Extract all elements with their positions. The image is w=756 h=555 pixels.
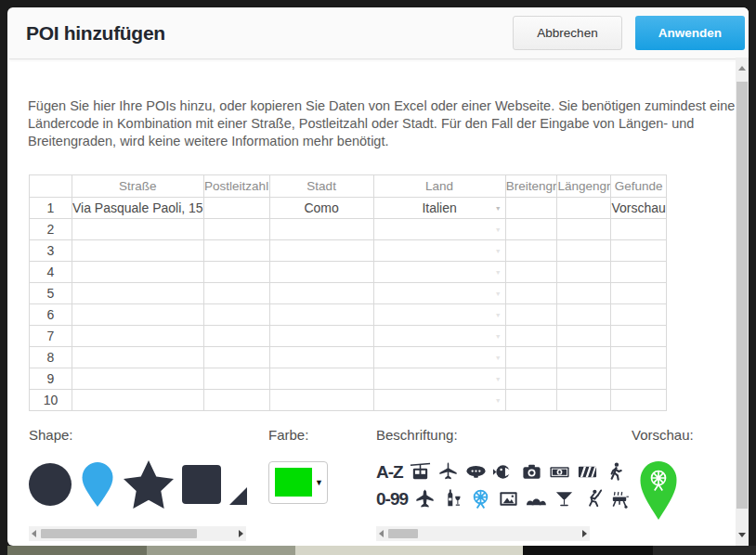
dropdown-arrow-icon[interactable]: ▼ (495, 376, 502, 382)
scrollbar-thumb[interactable] (41, 529, 197, 538)
camera-icon[interactable] (521, 461, 542, 483)
cell-land[interactable]: ▼ (373, 390, 505, 411)
cell-laengengrad[interactable] (557, 283, 611, 304)
label-az-option[interactable]: A-Z (376, 462, 403, 483)
dropdown-arrow-icon[interactable]: ▼ (495, 312, 502, 318)
color-picker[interactable]: ▼ (268, 461, 328, 504)
cell-postleitzahl[interactable] (203, 347, 269, 368)
scroll-right-icon[interactable] (239, 530, 243, 537)
scroll-up-icon[interactable] (738, 62, 746, 71)
label-099-option[interactable]: 0-99 (376, 489, 408, 510)
cable-car-icon[interactable] (410, 461, 431, 483)
cell-gefunden-link[interactable] (611, 283, 666, 304)
label-scrollbar[interactable] (376, 526, 590, 541)
cell-strasse[interactable] (72, 347, 204, 368)
cell-laengengrad[interactable] (557, 390, 611, 411)
cell-stadt[interactable] (269, 219, 373, 240)
cell-gefunden-link[interactable]: Vorschau (611, 198, 666, 219)
scroll-down-icon[interactable] (738, 533, 746, 541)
dropdown-arrow-icon[interactable]: ▼ (495, 248, 502, 254)
scrollbar-thumb[interactable] (736, 82, 748, 509)
apply-button[interactable]: Anwenden (635, 16, 745, 50)
shape-triangle[interactable] (229, 464, 247, 509)
cell-gefunden-link[interactable] (611, 368, 666, 390)
shape-scrollbar[interactable] (29, 526, 246, 541)
cell-breitengrad[interactable] (505, 240, 557, 262)
cell-land[interactable]: ▼ (373, 326, 505, 347)
cell-land[interactable]: ▼ (373, 283, 505, 304)
dropdown-arrow-icon[interactable]: ▼ (495, 355, 502, 361)
dropdown-arrow-icon[interactable]: ▼ (495, 397, 502, 404)
cell-postleitzahl[interactable] (203, 198, 269, 219)
cell-land[interactable]: ▼ (373, 219, 505, 240)
cell-strasse[interactable] (72, 219, 204, 240)
cell-postleitzahl[interactable] (203, 262, 269, 283)
cell-strasse[interactable] (72, 240, 204, 262)
cell-gefunden-link[interactable] (611, 347, 666, 368)
cocktail-icon[interactable] (554, 488, 575, 510)
dropdown-arrow-icon[interactable]: ▼ (495, 333, 502, 340)
cell-gefunden-link[interactable] (611, 326, 666, 347)
mountains-icon[interactable] (526, 488, 547, 510)
cell-strasse[interactable] (72, 390, 204, 411)
shape-star[interactable] (124, 460, 174, 512)
cell-stadt[interactable] (269, 326, 373, 347)
cell-land[interactable]: ▼ (373, 368, 505, 390)
ferris-wheel-icon-selected[interactable] (470, 488, 491, 510)
cell-land[interactable]: ▼ (373, 347, 505, 368)
money-icon[interactable] (549, 461, 570, 483)
cell-stadt[interactable] (269, 262, 373, 283)
cell-postleitzahl[interactable] (203, 304, 269, 326)
pedestrian-icon[interactable] (605, 461, 626, 483)
cell-breitengrad[interactable] (505, 368, 557, 390)
scrollbar-thumb[interactable] (388, 529, 418, 538)
cell-land[interactable]: ▼ (373, 240, 505, 262)
cell-postleitzahl[interactable] (203, 326, 269, 347)
cell-stadt[interactable] (269, 347, 373, 368)
cell-gefunden-link[interactable] (611, 219, 666, 240)
cell-breitengrad[interactable] (505, 304, 557, 326)
cell-postleitzahl[interactable] (203, 219, 269, 240)
cell-strasse[interactable] (72, 368, 204, 390)
cell-postleitzahl[interactable] (203, 240, 269, 262)
dropdown-arrow-icon[interactable]: ▼ (495, 226, 502, 233)
shape-circle[interactable] (29, 463, 72, 510)
dropdown-arrow-icon[interactable]: ▼ (495, 269, 502, 276)
cell-breitengrad[interactable] (505, 283, 557, 304)
cell-laengengrad[interactable] (557, 219, 611, 240)
vertical-scrollbar[interactable] (736, 58, 749, 546)
cell-breitengrad[interactable] (505, 390, 557, 411)
cell-laengengrad[interactable] (557, 262, 611, 283)
cell-breitengrad[interactable] (505, 326, 557, 347)
zeppelin-icon[interactable] (465, 461, 487, 483)
dropdown-arrow-icon[interactable]: ▼ (495, 290, 502, 297)
cell-laengengrad[interactable] (557, 326, 611, 347)
cell-breitengrad[interactable] (505, 262, 557, 283)
airplane-icon[interactable] (437, 461, 459, 483)
cell-postleitzahl[interactable] (203, 390, 269, 411)
cell-laengengrad[interactable] (557, 368, 611, 390)
jet-icon[interactable] (414, 488, 436, 510)
cell-postleitzahl[interactable] (203, 283, 269, 304)
cell-land[interactable]: Italien▼ (373, 198, 505, 219)
cell-laengengrad[interactable] (557, 240, 611, 262)
cell-gefunden-link[interactable] (611, 390, 666, 411)
winery-icon[interactable] (442, 488, 463, 510)
cell-land[interactable]: ▼ (373, 304, 505, 326)
cell-breitengrad[interactable] (505, 198, 557, 219)
barrier-icon[interactable] (577, 461, 598, 483)
cell-strasse[interactable] (72, 283, 204, 304)
scroll-left-icon[interactable] (32, 530, 36, 537)
cell-laengengrad[interactable] (557, 304, 611, 326)
dropdown-arrow-icon[interactable]: ▼ (495, 205, 502, 212)
cell-breitengrad[interactable] (505, 219, 557, 240)
fish-icon[interactable] (493, 461, 515, 483)
cell-laengengrad[interactable] (557, 347, 611, 368)
cell-strasse[interactable] (72, 326, 204, 347)
cell-stadt[interactable]: Como (269, 198, 373, 219)
scroll-right-icon[interactable] (582, 530, 587, 537)
cell-stadt[interactable] (269, 390, 373, 411)
cell-gefunden-link[interactable] (611, 262, 666, 283)
cell-strasse[interactable] (72, 304, 204, 326)
cell-strasse[interactable]: Via Pasquale Paoli, 15 (72, 198, 204, 219)
